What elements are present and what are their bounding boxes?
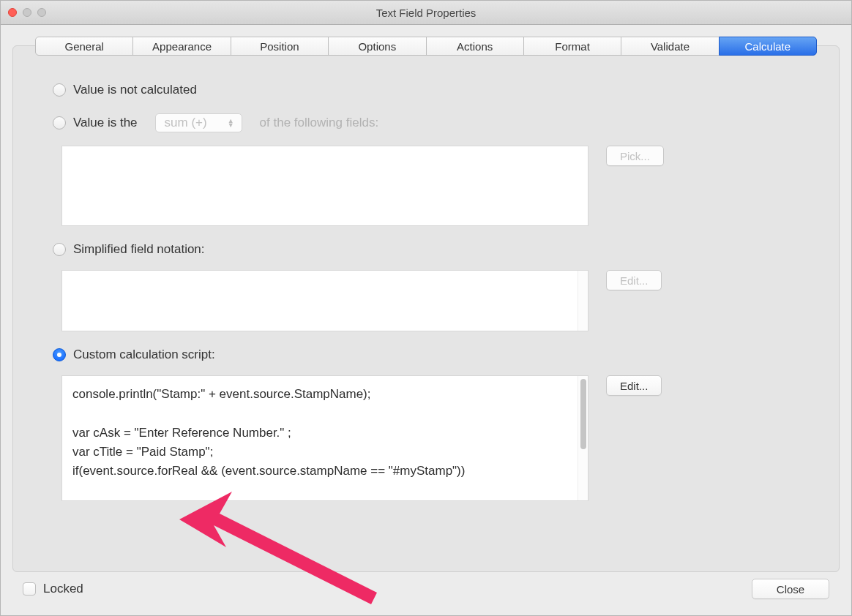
radio-not-calculated-row[interactable]: Value is not calculated: [53, 83, 799, 97]
locked-checkbox[interactable]: [23, 582, 36, 596]
pick-fields-button: Pick...: [606, 146, 664, 166]
tab-panel: General Appearance Position Options Acti…: [12, 45, 840, 572]
dialog-text-field-properties: Text Field Properties General Appearance…: [0, 0, 852, 616]
zoom-window-icon: [37, 8, 46, 17]
scrollbar[interactable]: [578, 376, 588, 500]
tabs-row: General Appearance Position Options Acti…: [35, 37, 817, 56]
custom-script-content: console.println("Stamp:" + event.source.…: [62, 376, 578, 500]
radio-custom-script-label: Custom calculation script:: [73, 348, 215, 362]
edit-custom-script-button[interactable]: Edit...: [606, 375, 662, 396]
tab-position[interactable]: Position: [231, 37, 329, 56]
calculate-panel: Value is not calculated Value is the sum…: [13, 46, 839, 519]
radio-custom-script-row[interactable]: Custom calculation script:: [53, 348, 799, 362]
locked-checkbox-row[interactable]: Locked: [23, 582, 83, 596]
close-button[interactable]: Close: [752, 579, 829, 599]
simplified-notation-input: [61, 270, 588, 331]
radio-simplified[interactable]: [53, 243, 66, 256]
locked-label: Locked: [43, 582, 83, 596]
radio-not-calculated-label: Value is not calculated: [73, 83, 197, 97]
scroll-thumb[interactable]: [580, 379, 586, 449]
dialog-content: General Appearance Position Options Acti…: [1, 25, 851, 615]
tab-options[interactable]: Options: [328, 37, 426, 56]
tab-format[interactable]: Format: [523, 37, 621, 56]
aggregate-function-select: sum (+) ▲▼: [155, 113, 242, 132]
scrollbar: [578, 271, 588, 331]
close-window-icon[interactable]: [8, 8, 17, 17]
simplified-section: Edit...: [61, 270, 799, 331]
window-title: Text Field Properties: [1, 7, 851, 19]
radio-not-calculated[interactable]: [53, 83, 66, 97]
tab-validate[interactable]: Validate: [621, 37, 719, 56]
radio-value-is-the-row[interactable]: Value is the sum (+) ▲▼ of the following…: [53, 113, 799, 132]
radio-value-is-the[interactable]: [53, 116, 66, 129]
radio-simplified-label: Simplified field notation:: [73, 242, 205, 257]
fields-listbox: [61, 146, 588, 226]
radio-custom-script[interactable]: [53, 348, 66, 361]
tab-general[interactable]: General: [35, 37, 133, 56]
radio-simplified-row[interactable]: Simplified field notation:: [53, 242, 799, 257]
window-controls: [1, 8, 46, 17]
fields-section: Pick...: [61, 146, 799, 226]
tab-appearance[interactable]: Appearance: [132, 37, 231, 56]
dialog-footer: Locked Close: [1, 570, 851, 615]
of-following-fields-label: of the following fields:: [260, 116, 379, 130]
custom-script-textbox[interactable]: console.println("Stamp:" + event.source.…: [61, 375, 588, 501]
tab-actions[interactable]: Actions: [426, 37, 524, 56]
titlebar: Text Field Properties: [1, 1, 851, 25]
aggregate-function-value: sum (+): [165, 116, 207, 130]
edit-simplified-button: Edit...: [606, 270, 662, 290]
select-stepper-icon: ▲▼: [228, 119, 234, 127]
radio-value-is-the-label: Value is the: [73, 116, 138, 130]
minimize-window-icon: [23, 8, 31, 17]
tab-calculate[interactable]: Calculate: [719, 37, 817, 56]
custom-script-section: console.println("Stamp:" + event.source.…: [61, 375, 799, 501]
